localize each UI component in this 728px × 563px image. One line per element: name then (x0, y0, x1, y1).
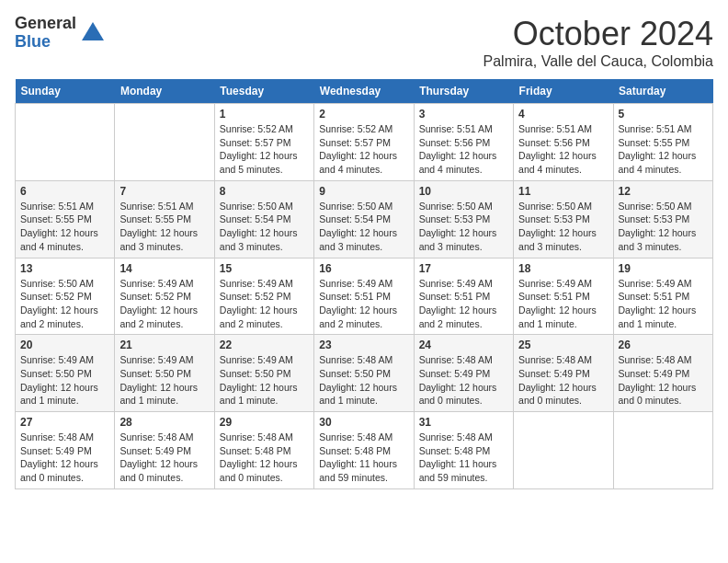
day-detail: Sunrise: 5:48 AMSunset: 5:50 PMDaylight:… (319, 353, 408, 408)
day-cell: 8Sunrise: 5:50 AMSunset: 5:54 PMDaylight… (214, 180, 313, 258)
day-number: 25 (518, 339, 608, 351)
logo-icon (80, 20, 106, 46)
day-detail: Sunrise: 5:49 AMSunset: 5:50 PMDaylight:… (20, 353, 109, 408)
day-detail: Sunrise: 5:50 AMSunset: 5:52 PMDaylight:… (20, 277, 109, 331)
day-detail: Sunrise: 5:50 AMSunset: 5:53 PMDaylight:… (518, 200, 608, 254)
day-detail: Sunrise: 5:50 AMSunset: 5:53 PMDaylight:… (419, 200, 508, 254)
day-detail: Sunrise: 5:49 AMSunset: 5:50 PMDaylight:… (220, 353, 309, 408)
col-header-thursday: Thursday (414, 79, 513, 104)
day-detail: Sunrise: 5:51 AMSunset: 5:55 PMDaylight:… (619, 122, 708, 177)
week-row: 6Sunrise: 5:51 AMSunset: 5:55 PMDaylight… (16, 180, 713, 258)
day-detail: Sunrise: 5:48 AMSunset: 5:48 PMDaylight:… (319, 431, 408, 485)
logo: General Blue (15, 15, 106, 52)
header-row: SundayMondayTuesdayWednesdayThursdayFrid… (16, 79, 713, 104)
day-number: 24 (419, 339, 508, 351)
day-number: 3 (419, 108, 508, 121)
location: Palmira, Valle del Cauca, Colombia (483, 53, 713, 70)
day-detail: Sunrise: 5:48 AMSunset: 5:49 PMDaylight:… (119, 431, 209, 485)
day-detail: Sunrise: 5:50 AMSunset: 5:54 PMDaylight:… (220, 200, 309, 254)
day-detail: Sunrise: 5:49 AMSunset: 5:51 PMDaylight:… (319, 277, 408, 331)
col-header-tuesday: Tuesday (214, 79, 313, 104)
title-block: October 2024 Palmira, Valle del Cauca, C… (483, 15, 713, 70)
day-detail: Sunrise: 5:49 AMSunset: 5:50 PMDaylight:… (119, 353, 209, 408)
day-detail: Sunrise: 5:49 AMSunset: 5:52 PMDaylight:… (220, 277, 309, 331)
day-number: 16 (319, 262, 408, 275)
day-number: 1 (220, 108, 309, 121)
day-cell: 12Sunrise: 5:50 AMSunset: 5:53 PMDayligh… (613, 180, 712, 258)
day-detail: Sunrise: 5:48 AMSunset: 5:49 PMDaylight:… (518, 353, 608, 408)
day-number: 15 (220, 262, 309, 275)
day-detail: Sunrise: 5:48 AMSunset: 5:49 PMDaylight:… (20, 431, 109, 485)
col-header-sunday: Sunday (16, 79, 115, 104)
page-header: General Blue October 2024 Palmira, Valle… (15, 15, 713, 70)
day-cell: 10Sunrise: 5:50 AMSunset: 5:53 PMDayligh… (414, 180, 513, 258)
day-detail: Sunrise: 5:48 AMSunset: 5:49 PMDaylight:… (619, 353, 708, 408)
day-detail: Sunrise: 5:49 AMSunset: 5:51 PMDaylight:… (518, 277, 608, 331)
day-cell: 1Sunrise: 5:52 AMSunset: 5:57 PMDaylight… (214, 104, 313, 181)
day-number: 2 (319, 108, 408, 121)
day-cell (16, 104, 115, 181)
day-number: 8 (220, 185, 309, 198)
day-number: 23 (319, 339, 408, 351)
day-number: 31 (419, 416, 508, 429)
day-cell: 7Sunrise: 5:51 AMSunset: 5:55 PMDaylight… (115, 180, 214, 258)
week-row: 20Sunrise: 5:49 AMSunset: 5:50 PMDayligh… (16, 335, 713, 412)
col-header-monday: Monday (115, 79, 214, 104)
day-cell (115, 104, 214, 181)
day-number: 26 (619, 339, 708, 351)
week-row: 27Sunrise: 5:48 AMSunset: 5:49 PMDayligh… (16, 412, 713, 489)
day-cell: 29Sunrise: 5:48 AMSunset: 5:48 PMDayligh… (214, 412, 313, 489)
day-detail: Sunrise: 5:50 AMSunset: 5:53 PMDaylight:… (619, 200, 708, 254)
day-detail: Sunrise: 5:49 AMSunset: 5:52 PMDaylight:… (119, 277, 209, 331)
day-cell: 2Sunrise: 5:52 AMSunset: 5:57 PMDaylight… (314, 104, 414, 181)
day-number: 20 (20, 339, 109, 351)
day-cell: 14Sunrise: 5:49 AMSunset: 5:52 PMDayligh… (115, 258, 214, 335)
day-number: 22 (220, 339, 309, 351)
day-number: 12 (619, 185, 708, 198)
day-cell (613, 412, 712, 489)
day-cell: 26Sunrise: 5:48 AMSunset: 5:49 PMDayligh… (613, 335, 712, 412)
day-cell: 5Sunrise: 5:51 AMSunset: 5:55 PMDaylight… (613, 104, 712, 181)
logo-blue: Blue (15, 33, 76, 52)
day-number: 4 (518, 108, 608, 121)
day-detail: Sunrise: 5:50 AMSunset: 5:54 PMDaylight:… (319, 200, 408, 254)
col-header-friday: Friday (514, 79, 613, 104)
week-row: 13Sunrise: 5:50 AMSunset: 5:52 PMDayligh… (16, 258, 713, 335)
day-number: 21 (119, 339, 209, 351)
day-number: 29 (220, 416, 309, 429)
day-number: 27 (20, 416, 109, 429)
day-number: 6 (20, 185, 109, 198)
day-cell: 3Sunrise: 5:51 AMSunset: 5:56 PMDaylight… (414, 104, 513, 181)
day-detail: Sunrise: 5:51 AMSunset: 5:56 PMDaylight:… (419, 122, 508, 177)
day-number: 11 (518, 185, 608, 198)
logo-general: General (15, 15, 76, 33)
day-cell: 19Sunrise: 5:49 AMSunset: 5:51 PMDayligh… (613, 258, 712, 335)
day-cell: 27Sunrise: 5:48 AMSunset: 5:49 PMDayligh… (16, 412, 115, 489)
day-detail: Sunrise: 5:51 AMSunset: 5:55 PMDaylight:… (20, 200, 109, 254)
day-detail: Sunrise: 5:52 AMSunset: 5:57 PMDaylight:… (319, 122, 408, 177)
day-detail: Sunrise: 5:52 AMSunset: 5:57 PMDaylight:… (220, 122, 309, 177)
day-detail: Sunrise: 5:48 AMSunset: 5:48 PMDaylight:… (419, 431, 508, 485)
day-number: 5 (619, 108, 708, 121)
calendar-table: SundayMondayTuesdayWednesdayThursdayFrid… (15, 79, 713, 489)
day-cell: 16Sunrise: 5:49 AMSunset: 5:51 PMDayligh… (314, 258, 414, 335)
day-cell: 31Sunrise: 5:48 AMSunset: 5:48 PMDayligh… (414, 412, 513, 489)
day-number: 14 (119, 262, 209, 275)
day-number: 9 (319, 185, 408, 198)
day-cell: 24Sunrise: 5:48 AMSunset: 5:49 PMDayligh… (414, 335, 513, 412)
day-cell: 13Sunrise: 5:50 AMSunset: 5:52 PMDayligh… (16, 258, 115, 335)
day-cell: 18Sunrise: 5:49 AMSunset: 5:51 PMDayligh… (514, 258, 613, 335)
day-detail: Sunrise: 5:49 AMSunset: 5:51 PMDaylight:… (619, 277, 708, 331)
day-cell (514, 412, 613, 489)
day-cell: 23Sunrise: 5:48 AMSunset: 5:50 PMDayligh… (314, 335, 414, 412)
day-detail: Sunrise: 5:48 AMSunset: 5:49 PMDaylight:… (419, 353, 508, 408)
day-cell: 6Sunrise: 5:51 AMSunset: 5:55 PMDaylight… (16, 180, 115, 258)
svg-marker-0 (82, 22, 104, 40)
day-cell: 22Sunrise: 5:49 AMSunset: 5:50 PMDayligh… (214, 335, 313, 412)
day-cell: 25Sunrise: 5:48 AMSunset: 5:49 PMDayligh… (514, 335, 613, 412)
col-header-saturday: Saturday (613, 79, 712, 104)
col-header-wednesday: Wednesday (314, 79, 414, 104)
day-cell: 30Sunrise: 5:48 AMSunset: 5:48 PMDayligh… (314, 412, 414, 489)
day-number: 30 (319, 416, 408, 429)
week-row: 1Sunrise: 5:52 AMSunset: 5:57 PMDaylight… (16, 104, 713, 181)
